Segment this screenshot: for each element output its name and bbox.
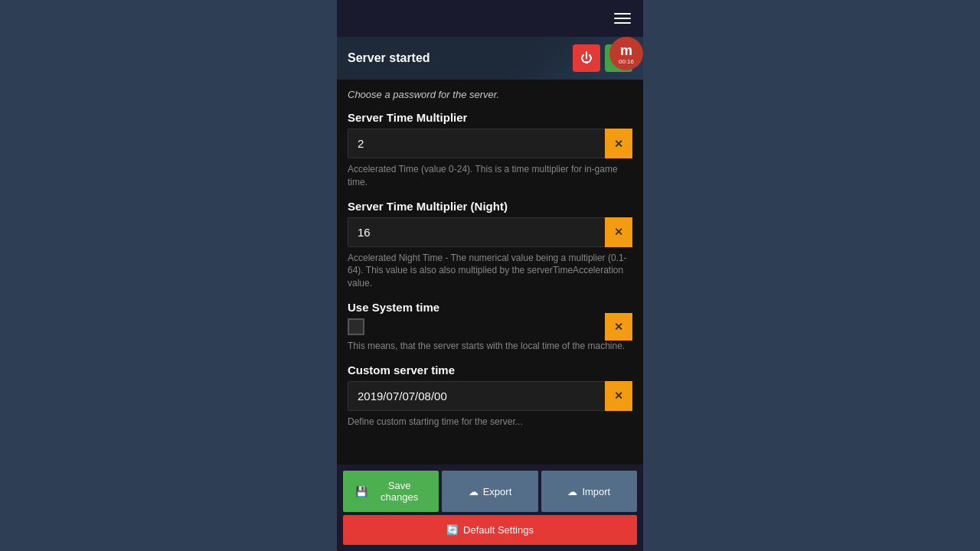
hamburger-line-2 [614, 18, 631, 19]
default-icon: 🔄 [446, 524, 459, 536]
custom-server-time-input[interactable] [348, 381, 632, 411]
clear-icon-3: ✕ [614, 321, 623, 333]
clear-icon-4: ✕ [614, 390, 623, 402]
clear-icon-1: ✕ [614, 138, 623, 150]
hamburger-line-3 [614, 22, 631, 24]
export-icon: ☁ [469, 486, 479, 497]
top-bar [337, 0, 643, 37]
custom-server-time-field: ✕ [348, 381, 632, 411]
avatar-letter: m [620, 43, 632, 59]
hamburger-line-1 [614, 13, 631, 15]
server-time-multiplier-label: Server Time Multiplier [348, 111, 632, 124]
use-system-time-description: This means, that the server starts with … [348, 340, 632, 353]
top-description: Choose a password for the server. [348, 89, 632, 100]
server-status-title: Server started [348, 51, 430, 65]
export-button[interactable]: ☁ Export [442, 471, 537, 512]
server-time-multiplier-input[interactable] [348, 129, 632, 158]
server-time-multiplier-night-field: ✕ [348, 217, 632, 247]
import-button[interactable]: ☁ Import [541, 471, 637, 512]
save-icon: 💾 [355, 486, 368, 497]
import-icon: ☁ [567, 486, 577, 497]
custom-server-time-description: Define custom starting time for the serv… [348, 416, 632, 429]
server-header: Server started ⏻ ↻ [337, 37, 643, 80]
use-system-time-clear-button[interactable]: ✕ [605, 313, 632, 341]
content-area: Choose a password for the server. Server… [337, 80, 643, 465]
hamburger-button[interactable] [611, 10, 634, 27]
clear-icon-2: ✕ [614, 226, 623, 238]
power-button[interactable]: ⏻ [573, 44, 600, 72]
import-label: Import [582, 486, 610, 497]
use-system-time-checkbox[interactable] [348, 318, 364, 335]
custom-server-time-clear-button[interactable]: ✕ [605, 381, 632, 411]
bottom-bar: 💾 Save changes ☁ Export ☁ Import 🔄 Defau… [337, 465, 643, 551]
server-time-multiplier-description: Accelerated Time (value 0-24). This is a… [348, 163, 632, 189]
custom-server-time-label: Custom server time [348, 364, 632, 377]
phone-container: Server started ⏻ ↻ m 00:16 Choose a pass… [337, 0, 643, 551]
save-changes-label: Save changes [372, 480, 426, 503]
avatar-badge: m 00:16 [609, 37, 643, 70]
server-time-multiplier-night-input[interactable] [348, 217, 632, 247]
use-system-time-label: Use System time [348, 301, 632, 314]
server-time-multiplier-night-label: Server Time Multiplier (Night) [348, 200, 632, 213]
save-changes-button[interactable]: 💾 Save changes [343, 471, 439, 512]
button-row-2: 🔄 Default Settings [343, 515, 637, 545]
server-time-multiplier-night-description: Accelerated Night Time - The numerical v… [348, 252, 632, 290]
right-panel [643, 0, 980, 551]
default-settings-button[interactable]: 🔄 Default Settings [343, 515, 637, 545]
default-settings-label: Default Settings [463, 524, 534, 536]
export-label: Export [483, 486, 512, 497]
left-panel [0, 0, 337, 551]
use-system-time-checkbox-wrapper: ✕ [348, 318, 632, 335]
server-time-multiplier-night-clear-button[interactable]: ✕ [605, 217, 632, 247]
button-row-1: 💾 Save changes ☁ Export ☁ Import [343, 471, 637, 512]
server-time-multiplier-clear-button[interactable]: ✕ [605, 129, 632, 158]
power-icon: ⏻ [580, 51, 593, 65]
use-system-time-field: ✕ [348, 318, 632, 335]
avatar-timer: 00:16 [619, 59, 634, 65]
server-time-multiplier-field: ✕ [348, 129, 632, 158]
